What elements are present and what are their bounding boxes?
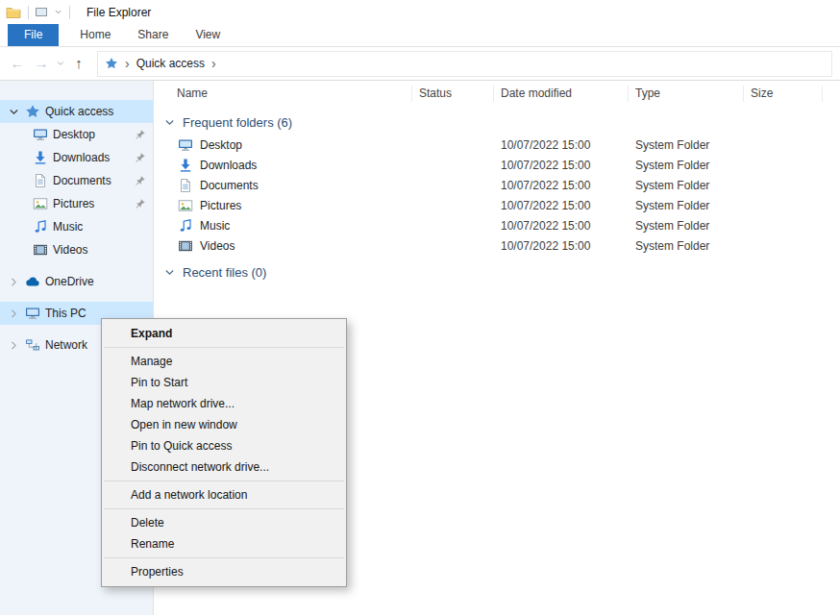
menu-item-manage[interactable]: Manage — [102, 351, 346, 372]
sidebar-item-pictures[interactable]: Pictures — [0, 192, 153, 215]
pictures-icon — [33, 196, 48, 211]
tab-file[interactable]: File — [8, 24, 59, 46]
chevron-down-icon[interactable] — [8, 106, 20, 118]
sidebar-item-documents[interactable]: Documents — [0, 169, 153, 192]
file-row-music[interactable]: Music 10/07/2022 15:00 System Folder — [154, 215, 840, 235]
column-header-date-modified[interactable]: Date modified — [494, 86, 629, 102]
quick-access-star-icon — [105, 57, 118, 70]
file-row-pictures[interactable]: Pictures 10/07/2022 15:00 System Folder — [154, 195, 840, 215]
tab-share[interactable]: Share — [124, 24, 182, 46]
file-row-videos[interactable]: Videos 10/07/2022 15:00 System Folder — [154, 235, 840, 256]
downloads-icon — [178, 158, 193, 173]
row-type: System Folder — [629, 159, 744, 172]
music-icon — [178, 218, 193, 234]
qat-button-icon[interactable] — [36, 8, 47, 16]
recent-locations-chevron-down-icon[interactable] — [54, 59, 66, 68]
navigation-toolbar: ← → ↑ › Quick access › — [0, 47, 840, 81]
pin-icon — [134, 152, 146, 164]
sidebar-item-downloads[interactable]: Downloads — [0, 146, 153, 169]
row-type: System Folder — [629, 179, 744, 192]
sidebar-item-onedrive[interactable]: OneDrive — [0, 270, 153, 293]
videos-icon — [178, 238, 193, 254]
menu-item-delete[interactable]: Delete — [102, 512, 346, 533]
qat-customize-chevron-down-icon[interactable] — [54, 8, 62, 16]
menu-separator — [104, 508, 344, 509]
breadcrumb-chevron-icon[interactable]: › — [125, 57, 130, 70]
network-icon — [25, 337, 40, 353]
file-row-desktop[interactable]: Desktop 10/07/2022 15:00 System Folder — [154, 135, 840, 155]
tab-home[interactable]: Home — [66, 24, 124, 46]
sidebar-item-label: Music — [53, 220, 83, 234]
ribbon-tab-bar: File Home Share View — [0, 24, 840, 47]
menu-item-rename[interactable]: Rename — [102, 533, 346, 554]
column-header-row: Name Status Date modified Type Size — [154, 81, 840, 106]
row-date-modified: 10/07/2022 15:00 — [494, 239, 629, 253]
address-bar[interactable]: › Quick access › — [97, 51, 832, 77]
row-name: Music — [200, 219, 230, 233]
column-header-size[interactable]: Size — [744, 86, 823, 102]
sidebar-item-videos[interactable]: Videos — [0, 238, 153, 261]
sidebar-item-label: Videos — [53, 243, 87, 257]
menu-item-disconnect-network-drive[interactable]: Disconnect network drive... — [102, 456, 346, 478]
chevron-right-icon[interactable] — [8, 339, 20, 352]
row-type: System Folder — [629, 239, 744, 253]
chevron-down-icon[interactable] — [163, 266, 176, 279]
group-header-label: Frequent folders (6) — [183, 115, 292, 130]
chevron-right-icon[interactable] — [8, 308, 20, 320]
row-type: System Folder — [629, 219, 744, 233]
up-icon[interactable]: ↑ — [67, 52, 90, 75]
back-icon[interactable]: ← — [6, 52, 29, 75]
sidebar-item-label: Pictures — [53, 197, 94, 210]
sidebar-item-quick-access[interactable]: Quick access — [0, 100, 153, 123]
chevron-down-icon[interactable] — [163, 116, 176, 129]
row-name: Documents — [200, 179, 259, 192]
downloads-icon — [33, 150, 48, 165]
row-name: Desktop — [200, 138, 242, 152]
column-header-name[interactable]: Name — [154, 86, 412, 102]
sidebar-item-label: Documents — [53, 174, 111, 187]
breadcrumb-location[interactable]: Quick access — [136, 57, 205, 70]
window-title: File Explorer — [86, 6, 151, 19]
qat-separator — [69, 6, 70, 19]
column-header-type[interactable]: Type — [629, 86, 744, 102]
menu-item-pin-to-start[interactable]: Pin to Start — [102, 372, 346, 393]
row-date-modified: 10/07/2022 15:00 — [494, 199, 629, 212]
title-bar: File Explorer — [0, 0, 840, 24]
row-date-modified: 10/07/2022 15:00 — [494, 138, 629, 152]
row-date-modified: 10/07/2022 15:00 — [494, 179, 629, 192]
menu-item-properties[interactable]: Properties — [102, 561, 346, 582]
videos-icon — [33, 242, 48, 258]
menu-item-open-in-new-window[interactable]: Open in new window — [102, 414, 346, 435]
breadcrumb-chevron-icon[interactable]: › — [211, 57, 216, 70]
app-folder-icon — [6, 5, 21, 20]
row-type: System Folder — [629, 199, 744, 212]
file-row-documents[interactable]: Documents 10/07/2022 15:00 System Folder — [154, 175, 840, 195]
sidebar-item-label: This PC — [45, 307, 86, 320]
menu-item-expand[interactable]: Expand — [102, 323, 346, 344]
group-header-recent-files[interactable]: Recent files (0) — [163, 265, 840, 280]
menu-item-add-a-network-location[interactable]: Add a network location — [102, 484, 346, 505]
file-row-downloads[interactable]: Downloads 10/07/2022 15:00 System Folder — [154, 155, 840, 175]
row-name: Videos — [200, 239, 235, 253]
row-type: System Folder — [629, 138, 744, 152]
group-header-frequent-folders[interactable]: Frequent folders (6) — [163, 115, 840, 130]
pin-icon — [134, 175, 146, 187]
sidebar-item-label: Desktop — [53, 128, 95, 141]
group-header-label: Recent files (0) — [183, 265, 266, 280]
sidebar-item-desktop[interactable]: Desktop — [0, 123, 153, 146]
sidebar-item-label: OneDrive — [45, 275, 94, 288]
menu-item-pin-to-quick-access[interactable]: Pin to Quick access — [102, 435, 346, 456]
quick-access-star-icon — [25, 104, 40, 119]
documents-icon — [178, 178, 193, 193]
chevron-right-icon[interactable] — [8, 276, 20, 288]
tab-view[interactable]: View — [182, 24, 234, 46]
menu-item-map-network-drive[interactable]: Map network drive... — [102, 393, 346, 414]
sidebar-item-music[interactable]: Music — [0, 215, 153, 238]
column-header-status[interactable]: Status — [412, 86, 494, 102]
this-pc-monitor-icon — [25, 306, 40, 321]
pin-icon — [134, 129, 146, 141]
row-name: Pictures — [200, 199, 241, 212]
sidebar-item-label: Quick access — [45, 105, 113, 118]
row-date-modified: 10/07/2022 15:00 — [494, 219, 629, 233]
forward-icon[interactable]: → — [30, 52, 53, 75]
